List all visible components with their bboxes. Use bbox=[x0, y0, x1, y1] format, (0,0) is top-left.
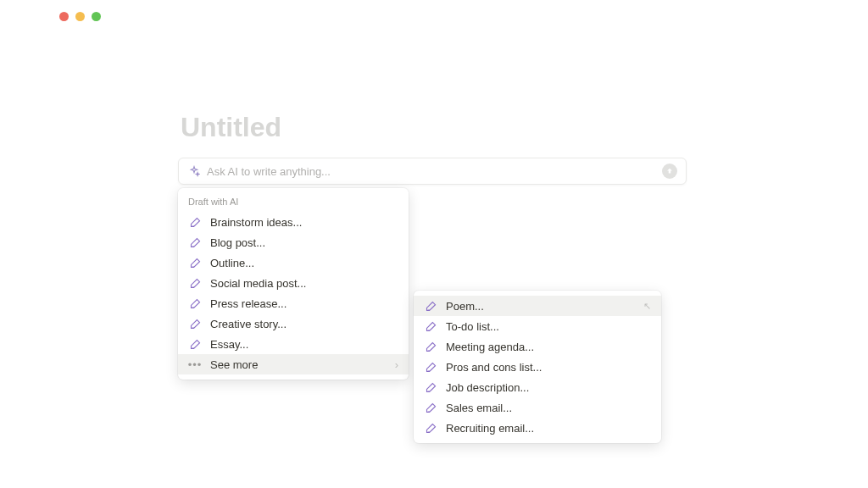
page-title[interactable]: Untitled bbox=[181, 112, 281, 143]
menu-item-sales-email[interactable]: Sales email... bbox=[414, 397, 661, 418]
menu-item-label: Brainstorm ideas... bbox=[210, 216, 398, 229]
menu-item-recruiting-email[interactable]: Recruiting email... bbox=[414, 418, 661, 438]
pen-icon bbox=[188, 256, 202, 269]
menu-item-label: Essay... bbox=[210, 338, 398, 351]
menu-item-label: Social media post... bbox=[210, 277, 398, 290]
menu-item-creative-story[interactable]: Creative story... bbox=[178, 313, 409, 334]
menu-item-pros-cons[interactable]: Pros and cons list... bbox=[414, 357, 661, 377]
chevron-right-icon: › bbox=[395, 358, 398, 371]
window-controls bbox=[59, 12, 101, 21]
pen-icon bbox=[424, 340, 437, 353]
menu-item-label: Meeting agenda... bbox=[446, 341, 651, 353]
menu-item-essay[interactable]: Essay... bbox=[178, 334, 409, 354]
menu-item-see-more[interactable]: ••• See more › bbox=[178, 354, 409, 374]
pen-icon bbox=[188, 297, 202, 310]
pen-icon bbox=[424, 421, 437, 435]
menu-item-label: Press release... bbox=[210, 297, 398, 310]
menu-item-todo-list[interactable]: To-do list... bbox=[414, 316, 661, 336]
menu-item-label: See more bbox=[210, 358, 387, 371]
menu-item-label: Creative story... bbox=[210, 318, 398, 330]
pen-icon bbox=[424, 319, 437, 333]
ai-prompt-input[interactable] bbox=[207, 165, 655, 178]
ai-input-bar[interactable] bbox=[178, 158, 687, 185]
minimize-window-button[interactable] bbox=[75, 12, 85, 21]
see-more-submenu: Poem... ↖ To-do list... Meeting agenda..… bbox=[414, 291, 661, 443]
insert-arrow-icon: ↖ bbox=[643, 301, 651, 312]
menu-item-label: Sales email... bbox=[446, 402, 651, 414]
draft-menu-header: Draft with AI bbox=[178, 193, 409, 212]
menu-item-label: Pros and cons list... bbox=[446, 361, 651, 374]
menu-item-label: Recruiting email... bbox=[446, 422, 651, 435]
menu-item-label: Poem... bbox=[446, 300, 635, 313]
pen-icon bbox=[424, 401, 437, 414]
menu-item-poem[interactable]: Poem... ↖ bbox=[414, 296, 661, 316]
menu-item-label: Job description... bbox=[446, 381, 651, 394]
pen-icon bbox=[188, 317, 202, 330]
menu-item-brainstorm[interactable]: Brainstorm ideas... bbox=[178, 212, 409, 232]
pen-icon bbox=[188, 337, 202, 351]
pen-icon bbox=[188, 276, 202, 290]
maximize-window-button[interactable] bbox=[92, 12, 101, 21]
pen-icon bbox=[188, 236, 202, 249]
menu-item-job-description[interactable]: Job description... bbox=[414, 377, 661, 397]
sparkle-icon bbox=[187, 165, 200, 178]
menu-item-outline[interactable]: Outline... bbox=[178, 252, 409, 273]
menu-item-label: To-do list... bbox=[446, 320, 651, 333]
send-button[interactable] bbox=[662, 164, 677, 179]
menu-item-press-release[interactable]: Press release... bbox=[178, 293, 409, 313]
menu-item-meeting-agenda[interactable]: Meeting agenda... bbox=[414, 336, 661, 357]
menu-item-social-media[interactable]: Social media post... bbox=[178, 273, 409, 293]
pen-icon bbox=[188, 215, 202, 229]
pen-icon bbox=[424, 380, 437, 394]
pen-icon bbox=[424, 360, 437, 374]
dots-icon: ••• bbox=[188, 358, 202, 371]
pen-icon bbox=[424, 299, 437, 313]
menu-item-blog-post[interactable]: Blog post... bbox=[178, 232, 409, 252]
menu-item-label: Outline... bbox=[210, 257, 398, 269]
close-window-button[interactable] bbox=[59, 12, 69, 21]
menu-item-label: Blog post... bbox=[210, 236, 398, 249]
draft-menu: Draft with AI Brainstorm ideas... Blog p… bbox=[178, 188, 409, 380]
